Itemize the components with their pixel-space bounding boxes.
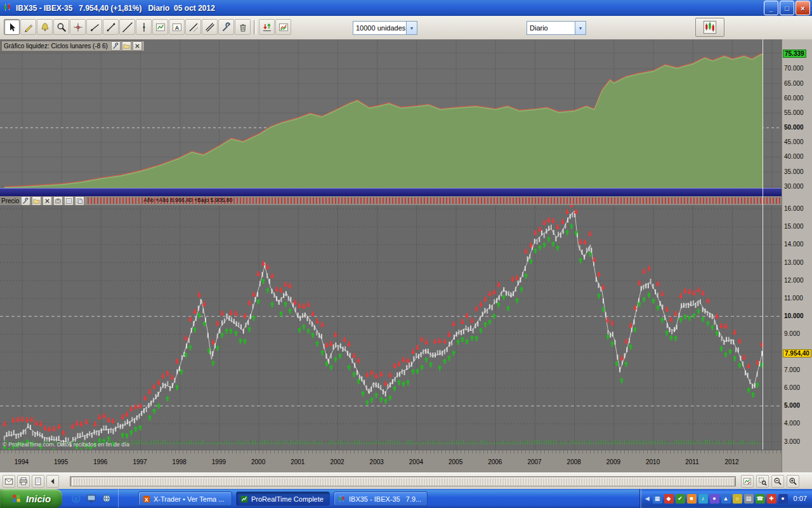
svg-text:e: e — [74, 495, 78, 502]
report-button[interactable] — [32, 475, 44, 488]
tray-icon-9[interactable]: ▤ — [744, 494, 754, 504]
close-icon[interactable] — [133, 41, 142, 51]
tray-icon-2[interactable]: ◆ — [664, 494, 674, 504]
quick-launch-desktop[interactable] — [85, 492, 98, 505]
liquidity-chart-plot — [0, 39, 782, 188]
axis-tick-label: 6.000 — [784, 384, 800, 391]
period-dropdown-value: Diario — [527, 24, 575, 32]
price-panel-title: Precio — [1, 197, 19, 204]
tray-collapse-icon[interactable]: ◀ — [645, 495, 650, 502]
vertical-line-tool[interactable] — [136, 19, 152, 35]
window-title: IBX35 - IBEX-35 7.954,40 (+1,81%) Diario… — [16, 4, 215, 13]
tray-icon-5[interactable]: ♪ — [698, 494, 708, 504]
prt-icon — [240, 495, 249, 504]
tray-icon-12[interactable]: ● — [778, 494, 788, 504]
tray-icon-11[interactable]: ✚ — [767, 494, 776, 504]
extended-line-tool[interactable] — [119, 19, 135, 35]
indicators-button[interactable] — [695, 18, 724, 37]
task-label: ProRealTime Complete — [251, 495, 324, 503]
maximize-button[interactable]: □ — [780, 1, 794, 15]
taskbar-task-2[interactable]: ProRealTime Complete — [236, 491, 330, 506]
crosshair-tool[interactable] — [70, 19, 86, 35]
year-label-2003: 2003 — [370, 458, 384, 465]
system-tray: ◀ ▦◆✔■♪●▲☼▤☎✚● 0:07 — [639, 489, 812, 508]
tray-icon-8[interactable]: ☼ — [733, 494, 742, 504]
title-bar[interactable]: IBX35 - IBEX-35 7.954,40 (+1,81%) Diario… — [0, 0, 812, 16]
pencil-tool[interactable] — [20, 19, 36, 35]
tray-icon-1[interactable]: ▦ — [653, 494, 662, 504]
grid-icon[interactable] — [64, 196, 74, 206]
year-label-1997: 1997 — [133, 458, 147, 465]
signals-chart-tool[interactable] — [275, 19, 291, 35]
liquidity-panel-title: Gráfico liquidez: Ciclos lunares (-8 6) — [4, 43, 108, 50]
signals-arrows-tool[interactable] — [259, 19, 275, 35]
scroll-left-button[interactable] — [46, 475, 59, 488]
year-label-1999: 1999 — [212, 458, 226, 465]
layers-icon[interactable] — [75, 196, 84, 206]
axis-tick-label: 30.000 — [784, 183, 804, 190]
task-label: IBX35 - IBEX-35 7.9... — [349, 495, 421, 503]
tray-icon-10[interactable]: ☎ — [756, 494, 765, 504]
minimize-button[interactable]: _ — [764, 1, 778, 15]
chart-frame-tool[interactable] — [152, 19, 168, 35]
units-dropdown[interactable]: 10000 unidades ▼ — [353, 21, 417, 35]
axis-tick-label: 40.000 — [784, 153, 804, 160]
chart-zoom-button[interactable] — [741, 475, 754, 488]
svg-text:A: A — [174, 24, 179, 30]
settings-wrench-tool[interactable] — [218, 19, 234, 35]
email-button[interactable] — [3, 475, 15, 488]
folder-icon[interactable] — [32, 196, 41, 206]
tray-icon-6[interactable]: ● — [710, 494, 719, 504]
delete-drawing-tool[interactable] — [235, 19, 251, 35]
app-icon — [3, 3, 13, 13]
windows-logo-icon — [11, 493, 23, 504]
alert-bell-tool[interactable] — [37, 19, 53, 35]
axis-tick-label: 3.000 — [784, 438, 800, 445]
liquidity-panel-header: Gráfico liquidez: Ciclos lunares (-8 6) — [1, 41, 145, 51]
timeline-strip[interactable] — [0, 188, 782, 197]
axis-tick-label: 50.000 — [784, 124, 804, 131]
trend-line-tool[interactable] — [185, 19, 201, 35]
year-label-1998: 1998 — [173, 458, 187, 465]
tray-icon-4[interactable]: ■ — [687, 494, 697, 504]
xtrader-icon: X — [142, 495, 151, 504]
svg-text:X: X — [145, 496, 148, 502]
wrench-icon[interactable] — [21, 196, 30, 206]
close-button[interactable]: × — [796, 1, 810, 15]
taskbar: Inicio e XX-Trader • Ver Tema ...ProReal… — [0, 489, 812, 508]
signal-band: Año +Alto 8.966,40 +Bajo 5.905,80 — [88, 197, 780, 204]
axis-tick-label: 4.000 — [784, 420, 800, 427]
folder-icon[interactable] — [122, 41, 131, 51]
taskbar-task-1[interactable]: XX-Trader • Ver Tema ... — [138, 491, 232, 506]
candle-icon — [337, 495, 346, 504]
year-label-2007: 2007 — [527, 458, 541, 465]
tray-icon-3[interactable]: ✔ — [676, 494, 685, 504]
segment-tool[interactable] — [103, 19, 119, 35]
taskbar-task-3[interactable]: IBX35 - IBEX-35 7.9... — [334, 491, 428, 506]
zoom-area-button[interactable] — [756, 475, 769, 488]
semiline-tool[interactable] — [86, 19, 102, 35]
chart-scrollbar[interactable] — [70, 476, 736, 486]
camera-icon[interactable] — [53, 196, 63, 206]
zoom-out-button[interactable] — [771, 475, 784, 488]
tray-icon-7[interactable]: ▲ — [721, 494, 731, 504]
close-icon[interactable] — [43, 196, 52, 206]
time-axis: 1994199519961997199819992000200120022003… — [0, 450, 782, 473]
zoom-in-button[interactable] — [787, 475, 799, 488]
start-button[interactable]: Inicio — [0, 489, 62, 508]
quick-launch-browser[interactable]: e — [70, 492, 82, 505]
quick-launch-web[interactable] — [100, 492, 113, 505]
parallel-lines-tool[interactable] — [202, 19, 218, 35]
liquidity-chart[interactable]: Gráfico liquidez: Ciclos lunares (-8 6) — [0, 39, 782, 188]
cursor-tool[interactable] — [4, 19, 20, 35]
cursor-line — [763, 39, 763, 450]
zoom-tool[interactable] — [53, 19, 69, 35]
wrench-icon[interactable] — [111, 41, 121, 51]
axis-tick-label: 14.000 — [784, 241, 804, 248]
period-dropdown[interactable]: Diario ▼ — [527, 21, 586, 35]
text-note-tool[interactable]: A — [169, 19, 185, 35]
prorealtime-window: IBX35 - IBEX-35 7.954,40 (+1,81%) Diario… — [0, 0, 812, 508]
print-button[interactable] — [17, 475, 30, 488]
price-chart[interactable]: © ProRealTime.com. Datos recibidos en fi… — [0, 205, 782, 450]
scrollbar-thumb[interactable] — [72, 478, 735, 486]
